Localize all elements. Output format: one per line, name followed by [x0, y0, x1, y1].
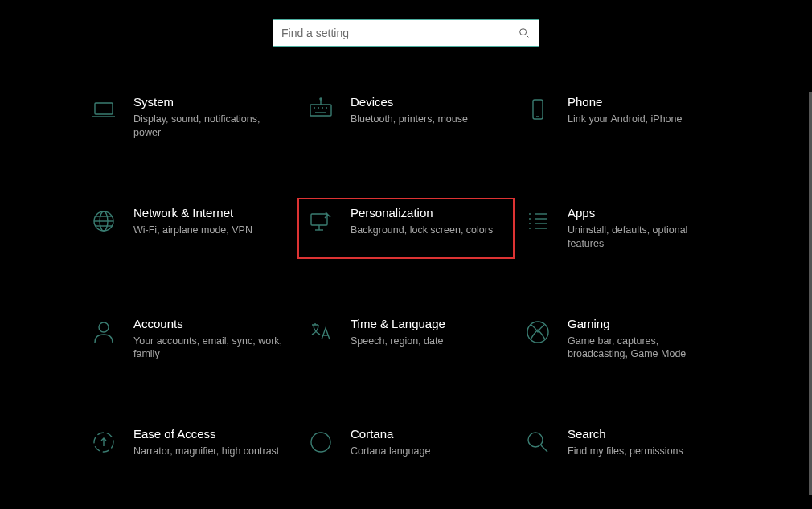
tile-personalization[interactable]: PersonalizationBackground, lock screen, …	[297, 198, 515, 259]
tile-desc: Link your Android, iPhone	[568, 113, 682, 126]
tile-desc: Display, sound, notifications, power	[133, 113, 286, 140]
phone-icon	[524, 96, 552, 124]
tile-system[interactable]: SystemDisplay, sound, notifications, pow…	[80, 87, 297, 148]
search-box[interactable]	[273, 19, 539, 47]
tile-desc: Find my files, permissions	[568, 445, 683, 458]
tile-title: Ease of Access	[133, 427, 279, 441]
tile-desc: Cortana language	[351, 445, 430, 458]
tile-title: System	[133, 95, 286, 109]
tile-desc: Background, lock screen, colors	[351, 224, 493, 237]
search-icon	[518, 27, 531, 39]
tile-desc: Speech, region, date	[351, 335, 445, 348]
laptop-icon	[90, 96, 117, 124]
tile-desc: Narrator, magnifier, high contrast	[133, 445, 279, 458]
search-input[interactable]	[281, 27, 518, 39]
tile-title: Cortana	[351, 427, 430, 441]
lang-icon	[307, 318, 334, 346]
tile-title: Search	[568, 427, 683, 441]
tile-accounts[interactable]: AccountsYour accounts, email, sync, work…	[80, 309, 297, 370]
globe-icon	[90, 207, 117, 235]
tile-title: Time & Language	[351, 317, 445, 331]
tile-time-language[interactable]: Time & LanguageSpeech, region, date	[297, 309, 515, 370]
tile-title: Devices	[351, 95, 468, 109]
keyboard-icon	[307, 96, 334, 124]
tile-phone[interactable]: PhoneLink your Android, iPhone	[515, 87, 732, 148]
tile-network[interactable]: Network & InternetWi-Fi, airplane mode, …	[80, 198, 297, 259]
paint-icon	[307, 207, 334, 235]
search-big-icon	[524, 429, 552, 456]
tile-search[interactable]: SearchFind my files, permissions	[515, 419, 732, 466]
cortana-icon	[307, 429, 334, 456]
tile-cortana[interactable]: CortanaCortana language	[297, 419, 515, 466]
tile-apps[interactable]: AppsUninstall, defaults, optional featur…	[515, 198, 732, 259]
tile-ease-of-access[interactable]: Ease of AccessNarrator, magnifier, high …	[80, 419, 297, 466]
svg-point-0	[520, 29, 527, 35]
tile-desc: Wi-Fi, airplane mode, VPN	[133, 224, 252, 237]
tile-title: Phone	[568, 95, 682, 109]
tile-desc: Uninstall, defaults, optional features	[568, 224, 720, 251]
tile-title: Apps	[568, 206, 720, 220]
person-icon	[90, 318, 117, 346]
tile-title: Accounts	[133, 317, 286, 331]
scrollbar[interactable]	[809, 92, 812, 495]
tile-title: Network & Internet	[133, 206, 252, 220]
xbox-icon	[524, 318, 552, 346]
tile-desc: Bluetooth, printers, mouse	[351, 113, 468, 126]
svg-line-1	[526, 35, 528, 37]
tile-title: Personalization	[351, 206, 493, 220]
ease-icon	[90, 429, 117, 456]
tile-desc: Game bar, captures, broadcasting, Game M…	[568, 335, 720, 362]
tile-desc: Your accounts, email, sync, work, family	[133, 335, 286, 362]
list-icon	[524, 207, 552, 235]
tile-devices[interactable]: DevicesBluetooth, printers, mouse	[297, 87, 515, 148]
tile-gaming[interactable]: GamingGame bar, captures, broadcasting, …	[515, 309, 732, 370]
tile-title: Gaming	[568, 317, 720, 331]
